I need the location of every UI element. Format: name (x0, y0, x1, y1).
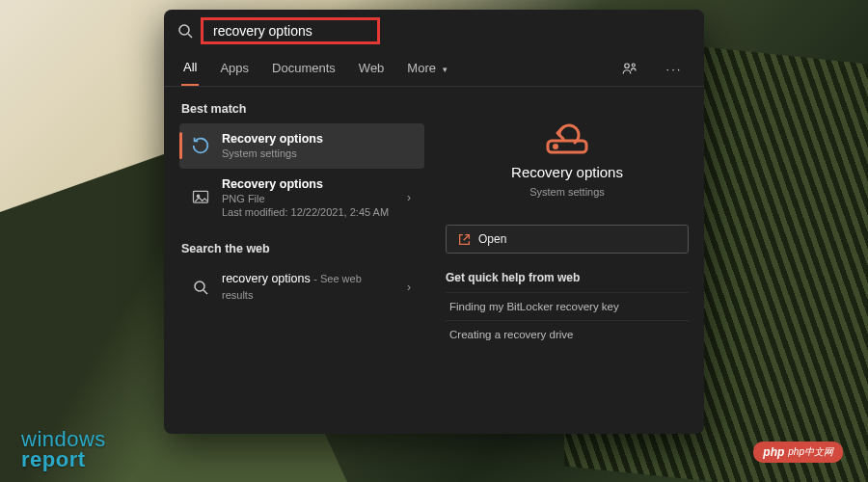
search-icon (189, 276, 212, 299)
result-text: Recovery options PNG File Last modified:… (222, 176, 393, 220)
chevron-right-icon: › (403, 191, 415, 204)
open-button-label: Open (478, 232, 506, 246)
settings-reset-icon (189, 134, 212, 157)
tab-apps[interactable]: Apps (218, 53, 251, 85)
detail-subtitle: System settings (529, 186, 605, 198)
result-recovery-settings[interactable]: Recovery options System settings (179, 123, 424, 169)
tab-web[interactable]: Web (357, 53, 387, 85)
result-title: Recovery options (222, 176, 393, 192)
svg-point-3 (632, 64, 635, 67)
svg-point-0 (179, 25, 189, 35)
tab-documents[interactable]: Documents (270, 53, 338, 85)
detail-pane: Recovery options System settings Open Ge… (434, 87, 704, 434)
detail-header: Recovery options System settings (446, 104, 689, 213)
tab-more[interactable]: More ▾ (405, 53, 448, 85)
svg-point-9 (555, 146, 557, 148)
search-icon (177, 23, 193, 39)
php-logo-icon: php (763, 445, 784, 459)
svg-point-2 (625, 64, 630, 68)
search-input[interactable] (213, 23, 367, 39)
chevron-right-icon: › (403, 281, 415, 294)
search-highlight-annotation (201, 17, 380, 44)
watermark-windowsreport: windowsreport (21, 430, 106, 470)
more-options-icon[interactable]: ··· (662, 57, 687, 82)
results-body: Best match Recovery options System setti… (164, 87, 704, 434)
results-list: Best match Recovery options System setti… (164, 87, 434, 434)
watermark-php: php php中文网 (753, 442, 843, 463)
chevron-down-icon: ▾ (443, 65, 448, 74)
best-match-heading: Best match (181, 102, 424, 116)
help-link-recovery-drive[interactable]: Creating a recovery drive (446, 320, 689, 348)
open-button[interactable]: Open (446, 225, 689, 254)
search-web-heading: Search the web (181, 242, 424, 255)
search-flyout: All Apps Documents Web More ▾ ··· Best m… (164, 10, 704, 434)
svg-point-6 (195, 281, 204, 291)
result-title: recovery options (222, 272, 311, 285)
result-subtitle: System settings (222, 147, 415, 160)
search-tabs: All Apps Documents Web More ▾ ··· (164, 48, 704, 87)
recovery-hero-icon (540, 112, 594, 158)
result-text: Recovery options System settings (222, 131, 415, 161)
image-file-icon (189, 186, 212, 209)
result-subtitle-2: Last modified: 12/22/2021, 2:45 AM (222, 205, 393, 219)
result-title: Recovery options (222, 131, 415, 147)
result-text: recovery options - See web results (222, 271, 393, 303)
quick-help-heading: Get quick help from web (446, 271, 689, 284)
account-icon[interactable] (617, 57, 642, 82)
open-external-icon (458, 233, 471, 246)
tab-all[interactable]: All (181, 52, 199, 86)
result-web-search[interactable]: recovery options - See web results › (179, 263, 424, 310)
tab-more-label: More (407, 61, 436, 75)
svg-line-1 (188, 34, 192, 38)
result-subtitle: PNG File (222, 192, 393, 205)
result-recovery-png[interactable]: Recovery options PNG File Last modified:… (179, 169, 424, 228)
search-bar (164, 10, 704, 48)
detail-title: Recovery options (511, 164, 623, 180)
help-link-bitlocker[interactable]: Finding my BitLocker recovery key (446, 292, 689, 320)
svg-line-7 (203, 290, 207, 294)
